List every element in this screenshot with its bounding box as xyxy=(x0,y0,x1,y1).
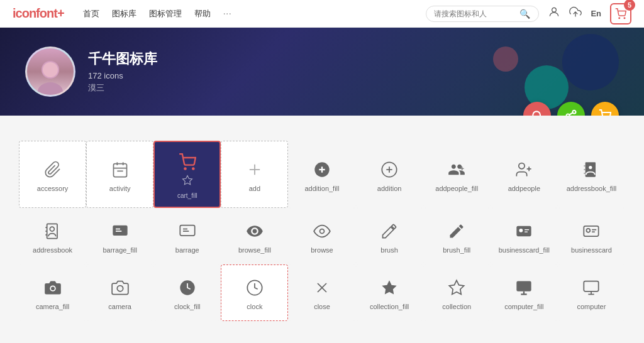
icon-cell-add[interactable]: add xyxy=(221,141,288,208)
addition-icon xyxy=(380,161,398,178)
barrage-label: barrage xyxy=(175,246,199,254)
float-search-button[interactable] xyxy=(523,102,551,116)
search-icon[interactable]: 🔍 xyxy=(519,9,530,19)
clock-icon xyxy=(246,279,264,297)
svg-point-53 xyxy=(519,229,523,232)
collection-fill-label: collection_fill xyxy=(370,303,409,310)
addpeople-icon xyxy=(515,161,533,178)
barrage-fill-label: barrage_fill xyxy=(103,246,136,254)
icon-cell-businesscard-fill[interactable]: businesscard_fill xyxy=(491,208,558,264)
logo-plus: + xyxy=(57,6,64,20)
brush-icon xyxy=(380,222,398,240)
svg-point-36 xyxy=(589,165,593,170)
svg-point-41 xyxy=(50,227,54,231)
nav-library[interactable]: 图标库 xyxy=(112,8,136,19)
svg-marker-23 xyxy=(182,176,192,185)
icon-cell-cart[interactable]: cart_fill xyxy=(153,141,221,208)
businesscard-fill-label: businesscard_fill xyxy=(499,246,550,254)
close-icon xyxy=(313,279,331,297)
upload-icon[interactable] xyxy=(569,6,582,21)
addition-fill-label: addition_fill xyxy=(304,185,339,192)
icon-cell-clock[interactable]: clock xyxy=(221,264,288,321)
icon-cell-addpeople[interactable]: addpeople xyxy=(491,141,558,208)
svg-point-62 xyxy=(117,286,123,291)
businesscard-label: businesscard xyxy=(571,246,612,254)
addition-fill-icon xyxy=(313,161,331,178)
main-content: accessory activity xyxy=(0,116,644,342)
logo[interactable]: iconfont+ xyxy=(13,6,64,21)
svg-rect-16 xyxy=(113,163,126,177)
browse-label: browse xyxy=(311,246,333,254)
addressbook-fill-icon xyxy=(582,161,600,178)
clock-fill-icon xyxy=(179,279,196,297)
banner-user: 漠三 xyxy=(88,82,157,94)
addressbook-fill-label: addressbook_fill xyxy=(567,185,617,192)
lang-icon[interactable]: En xyxy=(591,9,601,18)
cart-badge: 5 xyxy=(624,0,635,11)
icon-cell-accessory[interactable]: accessory xyxy=(19,141,86,208)
icon-cell-browse[interactable]: browse xyxy=(288,208,355,264)
svg-rect-48 xyxy=(180,226,194,236)
icon-cell-addressbook[interactable]: addressbook xyxy=(19,208,86,264)
float-buttons xyxy=(523,102,619,116)
collection-icon xyxy=(448,279,465,297)
icon-cell-camera[interactable]: camera xyxy=(86,264,153,321)
icon-cell-addition-fill[interactable]: addition_fill xyxy=(288,141,355,208)
icon-cell-activity[interactable]: activity xyxy=(86,141,153,208)
nav-links: 首页 图标库 图标管理 帮助 ··· xyxy=(83,8,231,19)
nav-home[interactable]: 首页 xyxy=(83,8,99,19)
svg-point-57 xyxy=(587,229,591,232)
svg-rect-69 xyxy=(517,281,531,291)
icon-cell-close[interactable]: close xyxy=(288,264,355,321)
nav-help[interactable]: 帮助 xyxy=(194,8,211,19)
accessory-icon xyxy=(44,161,62,178)
addressbook-label: addressbook xyxy=(33,246,72,254)
nav-manage[interactable]: 图标管理 xyxy=(149,8,182,19)
icon-cell-brush-fill[interactable]: brush_fill xyxy=(423,208,491,264)
clock-fill-label: clock_fill xyxy=(174,303,201,310)
float-cart-button[interactable] xyxy=(591,102,619,116)
svg-point-32 xyxy=(519,163,525,168)
user-avatar xyxy=(25,46,75,97)
svg-line-13 xyxy=(569,112,573,114)
cart-label: cart_fill xyxy=(177,192,197,199)
addpeople-fill-icon xyxy=(448,161,465,178)
icon-cell-addition[interactable]: addition xyxy=(356,141,423,208)
cart-overlay xyxy=(179,153,196,186)
icon-cell-collection[interactable]: collection xyxy=(423,264,491,321)
logo-text: iconfont xyxy=(13,6,57,20)
icon-cell-clock-fill[interactable]: clock_fill xyxy=(153,264,221,321)
banner: 千牛图标库 172 icons 漠三 xyxy=(0,28,644,116)
addpeople-fill-label: addpeople_fill xyxy=(435,185,478,192)
icon-cell-computer[interactable]: computer xyxy=(558,264,625,321)
add-label: add xyxy=(249,185,260,192)
computer-icon xyxy=(582,279,600,297)
icon-cell-barrage-fill[interactable]: barrage_fill xyxy=(86,208,153,264)
search-bar[interactable]: 🔍 xyxy=(426,6,539,22)
icon-cell-barrage[interactable]: barrage xyxy=(153,208,221,264)
icon-cell-collection-fill[interactable]: collection_fill xyxy=(356,264,423,321)
icon-cell-computer-fill[interactable]: computer_fill xyxy=(491,264,558,321)
svg-point-22 xyxy=(192,168,194,169)
icon-cell-browse-fill[interactable]: browse_fill xyxy=(221,208,288,264)
user-icon[interactable] xyxy=(548,6,560,21)
cart-button[interactable]: 5 xyxy=(610,3,631,24)
icon-cell-addpeople-fill[interactable]: addpeople_fill xyxy=(423,141,491,208)
icon-cell-camera-fill[interactable]: camera_fill xyxy=(19,264,86,321)
search-input[interactable] xyxy=(434,9,516,18)
icon-cell-brush[interactable]: brush xyxy=(356,208,423,264)
svg-point-0 xyxy=(552,8,557,12)
close-label: close xyxy=(314,303,330,310)
nav-more[interactable]: ··· xyxy=(223,8,231,19)
brush-fill-label: brush_fill xyxy=(443,246,470,254)
float-share-button[interactable] xyxy=(557,102,585,116)
top-navigation: iconfont+ 首页 图标库 图标管理 帮助 ··· 🔍 En xyxy=(0,0,644,28)
svg-point-51 xyxy=(319,229,324,234)
svg-point-6 xyxy=(43,62,58,77)
icon-cell-businesscard[interactable]: businesscard xyxy=(558,208,625,264)
svg-point-61 xyxy=(51,286,55,290)
camera-fill-label: camera_fill xyxy=(36,303,69,310)
icon-cell-addressbook-fill[interactable]: addressbook_fill xyxy=(558,141,625,208)
svg-point-21 xyxy=(184,168,186,169)
svg-point-7 xyxy=(533,111,540,116)
